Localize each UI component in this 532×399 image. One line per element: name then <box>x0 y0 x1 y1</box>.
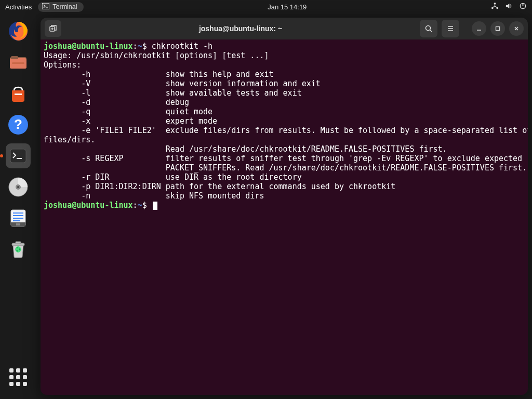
svg-point-20 <box>17 186 19 188</box>
dock-disc[interactable] <box>6 175 31 200</box>
power-icon[interactable] <box>519 2 527 11</box>
dock-trash[interactable] <box>6 237 31 262</box>
show-applications[interactable] <box>6 365 31 390</box>
svg-rect-12 <box>15 94 22 95</box>
terminal-window: joshua@ubuntu-linux: ~ joshua@ubuntu-lin… <box>41 18 528 395</box>
terminal-icon <box>42 3 49 11</box>
window-title: joshua@ubuntu-linux: ~ <box>65 24 416 33</box>
svg-rect-0 <box>42 3 49 9</box>
volume-icon[interactable] <box>505 2 513 11</box>
dock-help[interactable]: ? <box>6 112 31 137</box>
titlebar: joshua@ubuntu-linux: ~ <box>41 18 528 39</box>
maximize-button[interactable] <box>490 21 505 36</box>
minimize-button[interactable] <box>472 21 486 36</box>
svg-point-33 <box>426 26 431 31</box>
dock-text-editor[interactable] <box>6 206 31 231</box>
svg-line-34 <box>430 30 432 32</box>
hamburger-menu[interactable] <box>442 20 459 37</box>
svg-rect-29 <box>16 242 21 244</box>
svg-rect-27 <box>16 223 20 225</box>
dock-software[interactable] <box>6 81 31 106</box>
svg-rect-39 <box>496 27 500 31</box>
search-button[interactable] <box>420 20 437 37</box>
network-icon[interactable] <box>491 2 499 11</box>
gnome-topbar: Activities Terminal Jan 15 14:19 <box>0 0 532 14</box>
svg-rect-15 <box>10 149 26 163</box>
svg-point-2 <box>494 3 496 5</box>
dock-files[interactable] <box>6 50 31 75</box>
svg-rect-10 <box>11 56 18 59</box>
dock-firefox[interactable] <box>6 19 31 44</box>
dock-terminal[interactable] <box>6 143 31 168</box>
activities-button[interactable]: Activities <box>5 3 32 11</box>
app-menu[interactable]: Terminal <box>38 2 83 12</box>
app-menu-label: Terminal <box>52 3 77 10</box>
terminal-output[interactable]: joshua@ubuntu-linux:~$ chkrootkit -h Usa… <box>41 39 528 395</box>
clock[interactable]: Jan 15 14:19 <box>268 3 307 11</box>
dock: ? <box>0 14 36 399</box>
close-button[interactable] <box>509 21 524 36</box>
new-tab-button[interactable] <box>45 20 61 37</box>
svg-rect-11 <box>12 62 24 64</box>
svg-text:?: ? <box>14 116 22 132</box>
